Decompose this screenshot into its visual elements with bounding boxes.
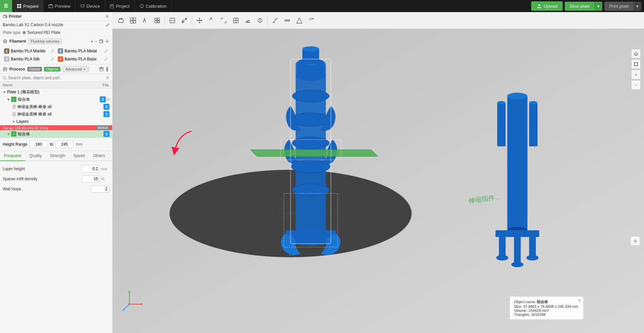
tag-objects[interactable]: Objects <box>44 67 60 72</box>
svg-rect-1 <box>19 4 21 6</box>
fila-badge-file1: 2 <box>103 104 110 110</box>
toolbar-icon-face-orient[interactable] <box>294 15 305 26</box>
object-info-close[interactable]: ✕ <box>578 298 581 303</box>
process-save-icon[interactable] <box>99 67 104 72</box>
setting-wall-loops: Wall loops <box>3 184 110 194</box>
vp-icon-settings[interactable] <box>631 236 640 246</box>
nav-prepare[interactable]: Prepare <box>12 0 44 12</box>
vp-icon-zoom-out[interactable]: − <box>631 80 641 90</box>
vp-icon-ortho[interactable] <box>631 59 641 69</box>
svg-point-84 <box>529 101 537 104</box>
filament-copy-icon[interactable] <box>99 39 103 44</box>
tree-item-file1[interactable]: 伸缩金蔗棒 棒身.stl 2 <box>0 103 112 110</box>
toolbar-icon-support[interactable] <box>242 15 254 26</box>
process-menu-icon[interactable] <box>105 67 110 72</box>
printer-settings-icon[interactable] <box>105 14 110 19</box>
svg-rect-22 <box>101 67 101 68</box>
filament-item-3: 3 Bambu PLA Silk <box>3 55 56 63</box>
svg-point-26 <box>3 76 6 79</box>
filament-edit-3-icon[interactable] <box>50 57 54 61</box>
filament-add-icon[interactable]: + <box>91 39 93 44</box>
slice-plate-dropdown[interactable]: ▾ <box>594 2 602 11</box>
toolbar-icon-refresh[interactable] <box>306 15 317 26</box>
toolbar-icon-scale[interactable] <box>218 15 229 26</box>
svg-rect-36 <box>155 21 157 23</box>
filament-edit-2-icon[interactable] <box>104 49 108 53</box>
filament-settings-icon[interactable] <box>105 39 110 44</box>
tab-speed[interactable]: Speed <box>69 151 89 161</box>
process-icons <box>99 67 110 72</box>
nav-bar: Prepare Preview Device Project Calibrati… <box>12 0 172 12</box>
svg-point-25 <box>107 70 108 71</box>
edit-printer-icon[interactable] <box>105 23 110 27</box>
topbar-right: Upload Slice plate ▾ Print plate ▾ <box>531 1 644 11</box>
range-bar[interactable]: Range 180.00-245.00 (mm) default <box>0 125 112 130</box>
scene-svg: 01 <box>113 29 644 333</box>
fila-badge-file2: 2 <box>103 111 110 117</box>
toolbar-icon-mesh[interactable] <box>230 15 242 26</box>
tree-arrow-group2: ▼ <box>7 132 10 136</box>
tab-quality[interactable]: Quality <box>25 151 46 161</box>
toolbar-icon-cut[interactable] <box>179 15 190 26</box>
tree-item-group2[interactable]: ▼ ✓ 组合体 2 <box>0 130 112 138</box>
tree-item-file2[interactable]: 伸缩金蔗棒 棒身.stl 2 <box>0 110 112 118</box>
tree-checkbox-group2[interactable]: ✓ <box>11 131 16 137</box>
nav-preview[interactable]: Preview <box>44 0 75 12</box>
height-from-input[interactable] <box>29 141 48 148</box>
height-to-input[interactable] <box>55 141 74 148</box>
upload-button[interactable]: Upload <box>531 1 563 11</box>
tree-arrow-plate1: ▼ <box>3 90 6 94</box>
toolbar-icon-slice-layers[interactable] <box>167 15 178 26</box>
svg-rect-18 <box>99 40 102 43</box>
nav-project[interactable]: Project <box>105 0 134 12</box>
nav-device[interactable]: Device <box>76 0 105 12</box>
toolbar-icon-measure[interactable] <box>269 15 281 26</box>
toolbar-icon-grid[interactable] <box>127 15 139 26</box>
wall-loops-input[interactable] <box>91 185 110 193</box>
print-plate-button[interactable]: Print plate <box>604 2 634 11</box>
svg-point-99 <box>128 303 130 305</box>
toolbar-icon-perspective[interactable] <box>115 15 127 26</box>
tag-global[interactable]: Global <box>27 67 42 72</box>
tree-item-layers[interactable]: ▼ Layers <box>0 118 112 125</box>
print-plate-dropdown[interactable]: ▾ <box>634 2 641 11</box>
vp-icon-home[interactable] <box>631 49 641 58</box>
setting-sparse-infill: Sparse infill density % <box>3 174 110 184</box>
toolbar-icon-rotate[interactable] <box>206 15 217 26</box>
filament-edit-4-icon[interactable] <box>104 57 108 61</box>
tree-checkbox-group1[interactable]: ✓ <box>11 97 16 102</box>
logo-button[interactable]: B <box>0 0 12 12</box>
tab-others[interactable]: Others <box>89 151 109 161</box>
tree-item-group1[interactable]: ▼ ✓ 组合体 2 ⧉ <box>0 96 112 103</box>
vp-icon-zoom-in[interactable]: + <box>631 70 641 79</box>
viewport-right-icons: + − <box>631 49 641 90</box>
slice-plate-button[interactable]: Slice plate <box>565 2 594 11</box>
flushing-volumes-button[interactable]: Flushing volumes <box>28 38 62 44</box>
process-header: Process Global Objects Advanced <box>0 64 112 74</box>
nav-calibration[interactable]: Calibration <box>135 0 172 12</box>
filament-edit-1-icon[interactable] <box>50 49 54 53</box>
object-tree: Name Fila. ▼ Plate 1 (雕花模型) ▼ ✓ 组合体 2 ⧉ <box>0 82 112 138</box>
tab-strength[interactable]: Strength <box>46 151 69 161</box>
search-input[interactable] <box>8 76 104 80</box>
toolbar-icon-ruler[interactable] <box>282 15 293 26</box>
filament-remove-icon[interactable]: − <box>95 39 97 44</box>
search-close-icon[interactable] <box>105 76 110 80</box>
process-icon <box>3 67 7 72</box>
tree-item-plate1[interactable]: ▼ Plate 1 (雕花模型) <box>0 88 112 96</box>
toolbar-icon-arrange[interactable] <box>152 15 163 26</box>
filament-grid: 1 Bambu PLA Marble 2 Bambu PLA Metal 3 B… <box>0 46 112 64</box>
fila-copy-group1[interactable]: ⧉ <box>107 97 110 102</box>
advanced-button[interactable]: Advanced <box>62 66 89 72</box>
toolbar-icon-seam[interactable] <box>254 15 266 26</box>
toolbar-icon-orient[interactable] <box>139 15 151 26</box>
sparse-infill-input[interactable] <box>82 175 100 183</box>
toolbar-sep-3 <box>267 16 268 25</box>
printer-name-row: Bambu Lab X1 Carbon 0.4 nozzle <box>0 21 112 29</box>
toolbar-icon-move[interactable] <box>194 15 205 26</box>
filament-num-1: 1 <box>4 48 9 54</box>
layer-height-input[interactable] <box>82 165 100 173</box>
viewport[interactable]: 01 <box>113 29 644 333</box>
tab-frequent[interactable]: Frequent <box>0 151 25 161</box>
sparse-infill-value: % <box>82 175 110 183</box>
